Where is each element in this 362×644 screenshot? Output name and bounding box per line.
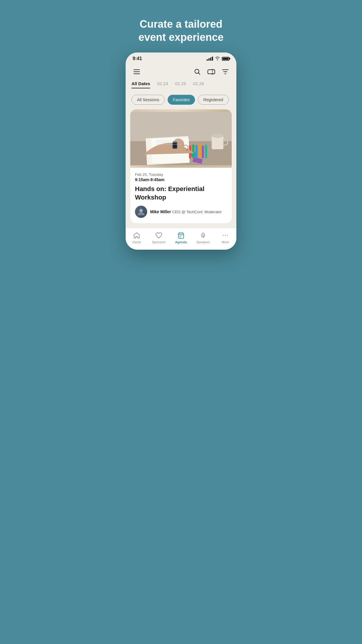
filter-pills: All Sessions Favorites Registered xyxy=(126,93,236,109)
svg-point-29 xyxy=(139,209,143,212)
content-area: Feb 25, Tuesday 9:15am-9:45am Hands on: … xyxy=(126,109,236,228)
speaker-avatar xyxy=(135,206,147,218)
battery-fill xyxy=(223,58,229,60)
svg-rect-1 xyxy=(208,70,215,74)
speaker-row: Mike Miller CEO @ TechConf, Moderator xyxy=(135,206,227,218)
filter-favorites[interactable]: Favorites xyxy=(168,95,195,105)
search-icon xyxy=(194,69,201,75)
signal-bars-icon xyxy=(207,57,213,61)
nav-home[interactable]: Home xyxy=(128,232,145,244)
hero-title: Curate a tailored event experience xyxy=(121,6,241,52)
ticket-icon xyxy=(208,69,215,75)
speaker-details: Mike Miller CEO @ TechConf, Moderator xyxy=(150,209,222,214)
nav-agenda[interactable]: Agenda xyxy=(172,232,190,244)
svg-point-36 xyxy=(227,235,228,236)
date-tabs: All Dates 02.24 02.25 02.26 xyxy=(126,81,236,93)
signal-bar-2 xyxy=(208,58,210,61)
svg-rect-30 xyxy=(178,233,184,238)
filter-registered[interactable]: Registered xyxy=(198,95,229,105)
outer-container: Curate a tailored event experience 9:41 xyxy=(121,6,241,250)
battery-icon xyxy=(222,57,229,61)
nav-more-label: More xyxy=(222,240,229,244)
session-title: Hands on: Experiential Workshop xyxy=(135,185,227,202)
speaker-name: Mike Miller xyxy=(150,209,171,214)
home-icon xyxy=(133,232,140,239)
agenda-icon xyxy=(177,232,185,239)
svg-rect-24 xyxy=(173,143,176,148)
nav-right-icons xyxy=(192,66,231,77)
wifi-icon xyxy=(215,56,220,61)
svg-rect-15 xyxy=(192,144,194,158)
nav-agenda-label: Agenda xyxy=(175,240,187,244)
bottom-nav: Home Sponsors Agenda xyxy=(126,228,236,250)
date-tab-0226[interactable]: 02.26 xyxy=(193,81,204,88)
status-time: 9:41 xyxy=(133,56,142,61)
svg-point-2 xyxy=(212,69,213,70)
nav-sponsors-label: Sponsors xyxy=(152,240,166,244)
date-tab-0224[interactable]: 02.24 xyxy=(157,81,168,88)
phone-frame: 9:41 xyxy=(126,52,236,250)
svg-rect-31 xyxy=(180,236,181,237)
nav-speakers[interactable]: Speakers xyxy=(194,232,212,244)
menu-button[interactable] xyxy=(131,66,142,77)
svg-rect-16 xyxy=(195,145,197,158)
date-tab-all[interactable]: All Dates xyxy=(131,81,150,88)
signal-bar-1 xyxy=(207,59,208,61)
svg-point-21 xyxy=(212,134,223,138)
session-time: 9:15am-9:45am xyxy=(135,177,227,182)
svg-point-35 xyxy=(225,235,226,236)
svg-rect-19 xyxy=(205,145,207,158)
date-tab-0225[interactable]: 02.25 xyxy=(175,81,186,88)
hamburger-line-3 xyxy=(133,74,140,74)
top-nav-bar xyxy=(126,64,236,81)
filter-button[interactable] xyxy=(220,66,231,77)
svg-rect-18 xyxy=(202,146,204,158)
session-info: Feb 25, Tuesday 9:15am-9:45am Hands on: … xyxy=(130,168,232,223)
filter-icon xyxy=(222,69,229,74)
nav-home-label: Home xyxy=(132,240,141,244)
nav-more[interactable]: More xyxy=(217,232,234,244)
speaker-role-text: CEO @ TechConf, Moderator xyxy=(172,210,222,214)
avatar-image xyxy=(137,208,145,216)
svg-rect-17 xyxy=(198,144,201,158)
session-date: Feb 25, Tuesday xyxy=(135,172,227,177)
status-icons xyxy=(207,56,229,61)
more-icon xyxy=(222,232,229,239)
nav-sponsors[interactable]: Sponsors xyxy=(150,232,168,244)
nav-speakers-label: Speakers xyxy=(196,240,210,244)
speakers-icon xyxy=(199,232,207,239)
status-bar: 9:41 xyxy=(126,52,236,64)
session-image xyxy=(130,109,232,168)
hamburger-line-1 xyxy=(133,69,140,70)
hamburger-icon xyxy=(133,69,140,74)
svg-point-32 xyxy=(202,233,204,235)
sponsors-icon xyxy=(155,232,163,239)
hamburger-line-2 xyxy=(133,71,140,72)
signal-bar-4 xyxy=(212,57,213,61)
signal-bar-3 xyxy=(210,57,211,61)
search-button[interactable] xyxy=(192,66,203,77)
svg-point-3 xyxy=(212,73,213,74)
ticket-button[interactable] xyxy=(206,66,217,77)
session-card[interactable]: Feb 25, Tuesday 9:15am-9:45am Hands on: … xyxy=(130,109,232,223)
workspace-illustration xyxy=(130,109,232,168)
svg-point-34 xyxy=(223,235,224,236)
filter-all-sessions[interactable]: All Sessions xyxy=(131,95,165,105)
